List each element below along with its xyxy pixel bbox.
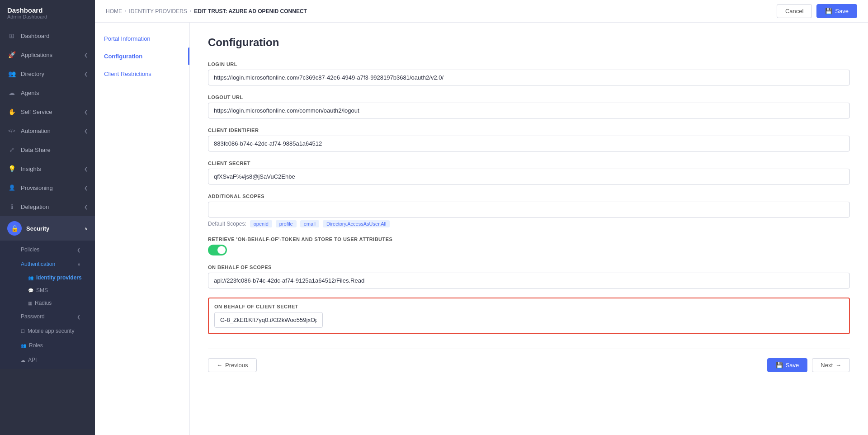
sidebar-sub-radius[interactable]: ▦ Radius <box>0 297 95 309</box>
topbar-save-button[interactable]: 💾 Save <box>816 4 857 18</box>
chevron-icon: ❮ <box>84 204 88 209</box>
data-share-icon: ⤢ <box>7 145 16 154</box>
grid-icon: ▦ <box>28 301 32 306</box>
sidebar-item-insights[interactable]: 💡 Insights ❮ <box>0 159 95 178</box>
security-icon: 🔒 <box>7 221 22 236</box>
chevron-icon: ❮ <box>77 247 80 252</box>
breadcrumb-home[interactable]: HOME <box>106 8 122 14</box>
chevron-icon: ❮ <box>84 52 88 57</box>
side-nav-portal-information[interactable]: Portal Information <box>95 30 189 47</box>
applications-icon: 🚀 <box>7 50 16 59</box>
sidebar-item-automation[interactable]: </> Automation ❮ <box>0 121 95 140</box>
toggle-row <box>208 245 850 255</box>
scope-openid: openid <box>250 220 272 227</box>
sidebar-item-self-service[interactable]: ✋ Self Service ❮ <box>0 102 95 121</box>
side-nav: Portal Information Configuration Client … <box>95 23 190 435</box>
sidebar-sub-authentication[interactable]: Authentication ∨ <box>0 257 95 271</box>
sidebar-sub-policies[interactable]: Policies ❮ <box>0 242 95 257</box>
previous-button[interactable]: ← Previous <box>208 358 257 372</box>
sidebar: Dashboard Admin Dashboard ⊞ Dashboard 🚀 … <box>0 0 95 435</box>
provisioning-icon: 👤 <box>7 183 16 192</box>
mobile-icon: ☐ <box>21 329 25 334</box>
chevron-icon: ❮ <box>84 128 88 133</box>
topbar: HOME › IDENTITY PROVIDERS › EDIT TRUST: … <box>95 0 868 23</box>
save-icon: 💾 <box>825 8 832 14</box>
sidebar-logo-title: Dashboard <box>7 6 88 14</box>
breadcrumb: HOME › IDENTITY PROVIDERS › EDIT TRUST: … <box>106 8 307 14</box>
sidebar-item-security[interactable]: 🔒 Security ∨ <box>0 216 95 241</box>
client-identifier-group: CLIENT IDENTIFIER <box>208 128 850 151</box>
on-behalf-client-secret-section: ON BEHALF OF CLIENT SECRET <box>208 298 850 334</box>
on-behalf-scopes-input[interactable] <box>208 273 850 288</box>
sidebar-sub-identity-providers[interactable]: 👥 Identity providers <box>0 271 95 284</box>
on-behalf-client-secret-input[interactable] <box>214 312 323 328</box>
sidebar-item-directory[interactable]: 👥 Directory ❮ <box>0 64 95 83</box>
scope-directory: Directory.AccessAsUser.All <box>323 220 390 227</box>
directory-icon: 👥 <box>7 69 16 78</box>
retrieve-token-toggle[interactable] <box>208 245 227 255</box>
save-icon: 💾 <box>776 362 783 369</box>
insights-icon: 💡 <box>7 164 16 173</box>
sidebar-item-delegation[interactable]: ℹ Delegation ❮ <box>0 197 95 216</box>
sidebar-logo: Dashboard Admin Dashboard <box>0 0 95 26</box>
client-identifier-input[interactable] <box>208 136 850 151</box>
breadcrumb-current: EDIT TRUST: AZURE AD OPENID CONNECT <box>194 8 307 14</box>
client-secret-input[interactable] <box>208 169 850 184</box>
default-scopes-row: Default Scopes: openid profile email Dir… <box>208 220 850 227</box>
chevron-down-icon: ∨ <box>85 226 88 231</box>
additional-scopes-input[interactable] <box>208 202 850 218</box>
sidebar-sub-roles[interactable]: 👥 Roles <box>0 338 95 353</box>
form-title: Configuration <box>208 36 850 49</box>
sidebar-item-dashboard[interactable]: ⊞ Dashboard <box>0 26 95 45</box>
additional-scopes-label: ADDITIONAL SCOPES <box>208 194 850 199</box>
sidebar-item-data-share[interactable]: ⤢ Data Share <box>0 140 95 159</box>
automation-icon: </> <box>7 126 16 135</box>
sidebar-sub-sms[interactable]: 💬 SMS <box>0 284 95 297</box>
chevron-down-icon: ∨ <box>77 262 80 267</box>
save-button[interactable]: 💾 Save <box>767 358 808 372</box>
content-area: Portal Information Configuration Client … <box>95 23 868 435</box>
on-behalf-scopes-group: ON BEHALF OF SCOPES <box>208 265 850 288</box>
login-url-label: LOGIN URL <box>208 61 850 67</box>
breadcrumb-sep-1: › <box>125 9 126 14</box>
api-icon: ☁ <box>21 358 25 363</box>
side-nav-configuration[interactable]: Configuration <box>95 47 189 65</box>
chat-icon: 💬 <box>28 288 33 293</box>
sidebar-item-applications[interactable]: 🚀 Applications ❮ <box>0 45 95 64</box>
chevron-icon: ❮ <box>84 109 88 114</box>
sidebar-item-provisioning[interactable]: 👤 Provisioning ❮ <box>0 178 95 197</box>
sidebar-sub-api[interactable]: ☁ API <box>0 353 95 367</box>
topbar-actions: Cancel 💾 Save <box>777 4 857 18</box>
arrow-left-icon: ← <box>217 362 222 369</box>
delegation-icon: ℹ <box>7 202 16 211</box>
form-actions: ← Previous 💾 Save Next → <box>208 349 850 372</box>
main-area: HOME › IDENTITY PROVIDERS › EDIT TRUST: … <box>95 0 868 435</box>
people-icon: 👥 <box>28 275 33 280</box>
next-button[interactable]: Next → <box>812 358 850 372</box>
login-url-input[interactable] <box>208 70 850 85</box>
sidebar-logo-subtitle: Admin Dashboard <box>7 14 88 19</box>
breadcrumb-identity-providers[interactable]: IDENTITY PROVIDERS <box>129 8 187 14</box>
client-identifier-label: CLIENT IDENTIFIER <box>208 128 850 133</box>
logout-url-label: LOGOUT URL <box>208 95 850 100</box>
on-behalf-client-secret-label: ON BEHALF OF CLIENT SECRET <box>214 304 844 309</box>
client-secret-group: CLIENT SECRET <box>208 161 850 184</box>
logout-url-group: LOGOUT URL <box>208 95 850 118</box>
retrieve-token-group: RETRIEVE 'ON-BEHALF-OF'-TOKEN AND STORE … <box>208 236 850 255</box>
arrow-right-icon: → <box>835 362 841 369</box>
client-secret-label: CLIENT SECRET <box>208 161 850 166</box>
self-service-icon: ✋ <box>7 107 16 116</box>
default-scopes-label: Default Scopes: <box>208 221 246 227</box>
chevron-icon: ❮ <box>84 185 88 190</box>
logout-url-input[interactable] <box>208 103 850 118</box>
dashboard-icon: ⊞ <box>7 31 16 40</box>
topbar-cancel-button[interactable]: Cancel <box>777 4 812 18</box>
chevron-icon: ❮ <box>84 71 88 76</box>
sidebar-sub-mobile-app-security[interactable]: ☐ Mobile app security <box>0 324 95 338</box>
side-nav-client-restrictions[interactable]: Client Restrictions <box>95 65 189 83</box>
form-actions-right: 💾 Save Next → <box>767 358 850 372</box>
sidebar-sub-password[interactable]: Password ❮ <box>0 309 95 324</box>
sidebar-item-agents[interactable]: ☁ Agents <box>0 83 95 102</box>
chevron-icon: ❮ <box>77 314 80 319</box>
agents-icon: ☁ <box>7 88 16 97</box>
